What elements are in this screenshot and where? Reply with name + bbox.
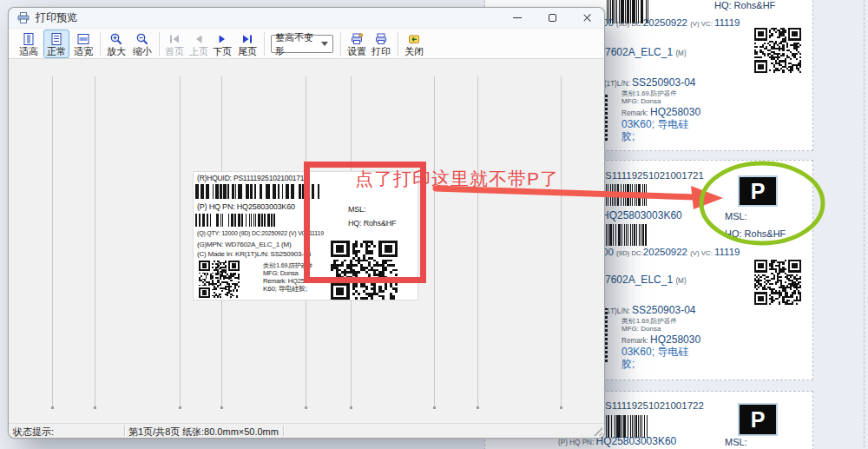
toolbar-divider (264, 32, 265, 56)
status-page-info: 第1页/共8页 (128, 426, 180, 439)
close-preview-button[interactable]: 关闭 (403, 30, 425, 58)
next-page-icon (215, 31, 229, 46)
preview-hquid-line: (R)HQUID: PS11119251021001715 (197, 175, 308, 182)
label-category-line: 类别:1.69,防护器件 (621, 318, 677, 325)
last-page-button[interactable]: 尾页 (235, 30, 260, 58)
page-column-line (180, 76, 181, 408)
preview-pn-line: (P) HQ PN: HQ25803003K60 (197, 203, 295, 211)
toolbar-divider (159, 32, 160, 56)
zoom-out-label: 缩小 (133, 46, 152, 56)
label-qty-line: 00 (9D) DC:20250922 (V) VC: 11119 (602, 17, 740, 28)
label-remark-line3: 胶; (621, 131, 635, 142)
label-remark-line: Remark: HQ258030 (621, 107, 700, 118)
prev-page-label: 上页 (189, 46, 208, 56)
print-settings-label: 设置 (347, 46, 366, 56)
printer-icon (17, 12, 30, 23)
preview-qty-line: (Q) QTY: 12000 (9D) DC:20250922 (V) VC: … (197, 230, 324, 236)
last-page-label: 尾页 (238, 46, 257, 56)
label-remark-line2: 03K60; 导电硅 (621, 347, 688, 358)
first-page-icon (168, 31, 181, 46)
preview-remark-line2: K60; 导电硅胶; (263, 286, 307, 293)
label-remark-line: Remark: HQ258030 (621, 334, 700, 346)
status-label: 状态提示: (13, 426, 54, 439)
fit-width-label: 适宽 (74, 46, 93, 56)
print-preview-window: 打印预览 适高 正常 适宽 放大 (8, 7, 605, 439)
close-preview-label: 关闭 (404, 46, 424, 56)
minimize-icon (513, 17, 522, 18)
preview-remark-line: Remark: HQ25803003 (263, 278, 325, 285)
page-column-line (477, 76, 478, 408)
qr-code (754, 260, 801, 305)
fit-height-icon (22, 31, 36, 46)
print-button[interactable]: 打印 (370, 30, 392, 58)
toolbar-divider (100, 32, 101, 56)
zoom-out-button[interactable]: 缩小 (130, 30, 155, 58)
print-settings-button[interactable]: 设置 (345, 30, 368, 58)
window-title: 打印预览 (36, 10, 77, 25)
label-serial: S11119251021001721 (605, 170, 704, 181)
zoom-in-button[interactable]: 放大 (104, 30, 128, 58)
print-label: 打印 (372, 46, 391, 56)
zoom-out-icon (135, 31, 149, 46)
screen: HQ: Rohs&HF 00 (9D) DC:20250922 (V) VC: … (0, 0, 868, 449)
close-button[interactable] (569, 8, 604, 28)
zoom-in-label: 放大 (107, 46, 126, 56)
label-msl: MSL: (725, 438, 747, 448)
zoom-in-icon (109, 31, 123, 46)
scale-mode-dropdown[interactable]: 整高不变形 (271, 35, 333, 53)
minimize-button[interactable] (500, 8, 535, 28)
p-mark-logo: P (738, 175, 778, 207)
first-page-label: 首页 (165, 46, 184, 56)
barcode (195, 184, 320, 199)
label-category-line: 类别:1.69,防护器件 (621, 90, 677, 97)
normal-view-label: 正常 (47, 46, 66, 56)
label-lot-line: R(1T)L/N: SS250903-04 (599, 305, 695, 316)
print-icon (374, 31, 388, 46)
label-mpn-line: 7602A_ELC_1 (M) (605, 274, 687, 286)
normal-view-button[interactable]: 正常 (43, 30, 69, 58)
fit-width-button[interactable]: 适宽 (71, 30, 95, 58)
barcode (606, 224, 648, 246)
normal-view-icon (49, 31, 63, 46)
label-hq-line: HQ: Rohs&HF (725, 229, 786, 240)
label-pn: HQ25803003K60 (602, 210, 682, 221)
status-separator (124, 426, 125, 436)
label-mfg-line: MFG: Donsa (621, 98, 661, 105)
preview-area: (R)HQUID: PS11119251021001715 (P) HQ PN:… (9, 59, 604, 423)
next-column-border (864, 0, 865, 449)
preview-label: (R)HQUID: PS11119251021001715 (P) HQ PN:… (193, 171, 418, 300)
last-page-icon (240, 31, 254, 46)
maximize-icon (549, 14, 556, 22)
label-mfg-line: MFG: Donsa (621, 326, 661, 333)
preview-mfg-line: MFG: Donsa (263, 270, 299, 277)
preview-msl-line: MSL: (348, 206, 365, 214)
status-separator (283, 426, 284, 436)
next-page-button[interactable]: 下页 (211, 30, 233, 58)
page-column-line (52, 76, 53, 408)
title-bar[interactable]: 打印预览 (9, 8, 604, 28)
toolbar: 适高 正常 适宽 放大 缩小 首页 (9, 28, 604, 59)
close-preview-icon (407, 31, 421, 46)
barcode (195, 214, 275, 227)
page-column-line (434, 76, 435, 408)
first-page-button[interactable]: 首页 (162, 30, 187, 58)
resize-grip[interactable] (593, 426, 602, 436)
label-hq-line: HQ: Rohs&HF (714, 1, 775, 11)
maximize-button[interactable] (535, 8, 569, 28)
label-remark-line2: 03K60; 导电硅 (621, 119, 688, 130)
label-lot-line: R(1T)L/N: SS250903-04 (599, 77, 695, 89)
p-mark-logo: P (738, 403, 778, 436)
barcode (606, 184, 648, 206)
status-paper-info: 纸张:80.0mm×50.0mm (182, 426, 279, 439)
preview-madein-line: (C) Made In: KR(1T)L/N: SS250903-04 (197, 251, 311, 258)
fit-height-button[interactable]: 适高 (16, 30, 41, 58)
label-qty-line: 00 (9D) DC:20250922 (V) VC: 11119 (602, 247, 740, 257)
chevron-down-icon (321, 42, 328, 46)
prev-page-button[interactable]: 上页 (188, 30, 209, 58)
label-serial: S11119251021001722 (605, 400, 704, 411)
page-column-line (561, 76, 562, 408)
toolbar-divider (340, 32, 341, 56)
fit-height-label: 适高 (19, 46, 38, 56)
qr-code (199, 261, 240, 298)
label-mpn-line: 7602A_ELC_1 (M) (605, 47, 687, 58)
